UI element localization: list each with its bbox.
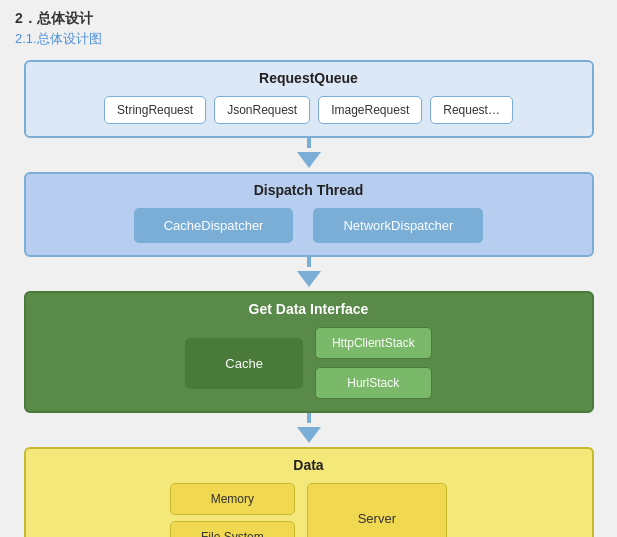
request-ellipsis: Request…: [430, 96, 513, 124]
request-queue-title: RequestQueue: [38, 70, 580, 86]
get-data-interface-box: Get Data Interface Cache HttpClientStack…: [24, 291, 594, 413]
dispatch-thread-items: CacheDispatcher NetworkDispatcher: [38, 208, 580, 243]
stack-items: HttpClientStack HurlStack: [315, 327, 432, 399]
arrow-3: [297, 413, 321, 447]
dispatch-thread-title: Dispatch Thread: [38, 182, 580, 198]
arrow-1: [297, 138, 321, 172]
page-title: 2．总体设计 2.1.总体设计图: [15, 10, 602, 48]
data-box: Data Memory File System Server: [24, 447, 594, 537]
get-data-interface-items: Cache HttpClientStack HurlStack: [38, 327, 580, 399]
get-data-interface-title: Get Data Interface: [38, 301, 580, 317]
cache-dispatcher: CacheDispatcher: [134, 208, 294, 243]
request-queue-items: StringRequest JsonRequest ImageRequest R…: [38, 96, 580, 124]
data-title: Data: [38, 457, 580, 473]
diagram: RequestQueue StringRequest JsonRequest I…: [15, 60, 602, 537]
http-client-stack: HttpClientStack: [315, 327, 432, 359]
memory-item: Memory: [170, 483, 295, 515]
network-dispatcher: NetworkDispatcher: [313, 208, 483, 243]
file-system-item: File System: [170, 521, 295, 537]
server-item: Server: [307, 483, 447, 537]
string-request: StringRequest: [104, 96, 206, 124]
arrow-2: [297, 257, 321, 291]
dispatch-thread-box: Dispatch Thread CacheDispatcher NetworkD…: [24, 172, 594, 257]
request-queue-box: RequestQueue StringRequest JsonRequest I…: [24, 60, 594, 138]
data-left-items: Memory File System: [170, 483, 295, 537]
cache-item: Cache: [185, 338, 303, 389]
data-items: Memory File System Server: [38, 483, 580, 537]
image-request: ImageRequest: [318, 96, 422, 124]
hurl-stack: HurlStack: [315, 367, 432, 399]
json-request: JsonRequest: [214, 96, 310, 124]
